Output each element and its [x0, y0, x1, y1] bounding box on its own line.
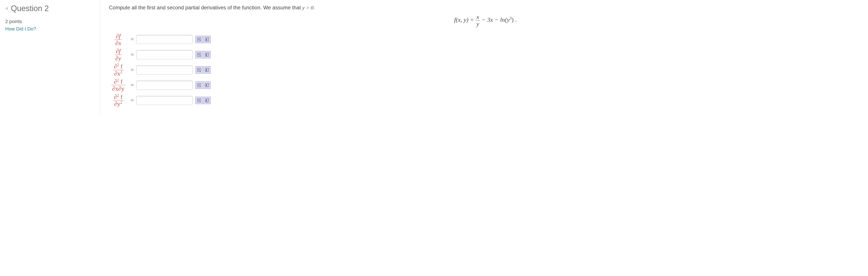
equation-editor-icon[interactable]: Σ: [203, 97, 211, 104]
answer-tools: Σ: [193, 94, 211, 107]
equals-sign: =: [128, 33, 136, 47]
derivative-label: ∂f∂y: [109, 48, 128, 61]
answer-input[interactable]: [136, 50, 193, 59]
svg-rect-20: [197, 99, 201, 102]
answer-input-cell: [136, 94, 193, 107]
answer-input[interactable]: [136, 65, 193, 74]
answer-input-cell: [136, 63, 193, 77]
lhs: f(x, y) =: [454, 16, 474, 23]
tail-exp: 3: [509, 16, 512, 21]
derivative-label: ∂f∂x: [109, 33, 128, 47]
equation-editor-icon[interactable]: Σ: [203, 51, 211, 58]
preview-icon[interactable]: [195, 36, 203, 43]
question-body: Compute all the first and second partial…: [100, 0, 868, 114]
svg-rect-5: [197, 53, 201, 56]
answer-tools: Σ: [193, 79, 211, 92]
answer-input[interactable]: [136, 81, 193, 90]
preview-icon[interactable]: [195, 97, 203, 104]
answer-input[interactable]: [136, 96, 193, 105]
prompt-tail: .: [313, 5, 315, 10]
svg-rect-15: [197, 84, 201, 87]
answer-tools: Σ: [193, 63, 211, 77]
preview-icon[interactable]: [195, 66, 203, 73]
equation-editor-icon[interactable]: Σ: [203, 66, 211, 73]
derivative-label: ∂2 f∂x∂y: [109, 79, 128, 92]
answer-input[interactable]: [136, 35, 193, 44]
answers-grid: ∂f∂x= Σ ∂f∂y= Σ ∂2 f∂x2= Σ ∂2 f∂x∂y= Σ ∂…: [109, 31, 211, 109]
answer-tools: Σ: [193, 48, 211, 61]
question-sidebar: Question 2 2 points How Did I Do?: [0, 0, 100, 114]
prompt-text: Compute all the first and second partial…: [109, 5, 302, 10]
points-label: 2 points: [5, 19, 94, 24]
answer-input-cell: [136, 79, 193, 92]
derivative-label: ∂2 f∂y2: [109, 94, 128, 107]
answer-row: ∂f∂x= Σ: [109, 33, 211, 47]
answer-row: ∂2 f∂x2= Σ: [109, 63, 211, 77]
answer-tools: Σ: [193, 33, 211, 47]
svg-text:Σ: Σ: [206, 84, 207, 86]
answer-input-cell: [136, 48, 193, 61]
preview-icon[interactable]: [195, 82, 203, 89]
question-prompt: Compute all the first and second partial…: [109, 4, 862, 11]
question-title: Question 2: [11, 4, 49, 13]
svg-text:Σ: Σ: [206, 69, 207, 71]
answer-row: ∂2 f∂y2= Σ: [109, 94, 211, 107]
fraction-den: y: [475, 20, 480, 27]
answer-input-cell: [136, 33, 193, 47]
tail-a: − 3x − ln(y: [480, 16, 510, 23]
svg-text:Σ: Σ: [206, 99, 207, 101]
svg-text:Σ: Σ: [206, 54, 207, 56]
equals-sign: =: [128, 63, 136, 77]
preview-icon[interactable]: [195, 51, 203, 58]
collapse-caret-icon[interactable]: [5, 7, 8, 10]
equals-sign: =: [128, 94, 136, 107]
fraction-num: x: [475, 14, 480, 20]
derivative-label: ∂2 f∂x2: [109, 63, 128, 77]
equals-sign: =: [128, 48, 136, 61]
fraction-x-over-y: x y: [475, 14, 480, 27]
svg-rect-0: [197, 38, 201, 41]
answer-row: ∂2 f∂x∂y= Σ: [109, 79, 211, 92]
function-definition: f(x, y) = x y − 3x − ln(y3) .: [109, 14, 862, 27]
question-header[interactable]: Question 2: [5, 4, 94, 13]
equation-editor-icon[interactable]: Σ: [203, 82, 211, 89]
how-did-i-do-link[interactable]: How Did I Do?: [5, 26, 94, 32]
equation-editor-icon[interactable]: Σ: [203, 36, 211, 43]
prompt-condition: y > 0: [302, 5, 313, 10]
svg-text:Σ: Σ: [206, 38, 207, 41]
tail-b: ) .: [512, 16, 517, 23]
svg-rect-10: [197, 68, 201, 72]
answer-row: ∂f∂y= Σ: [109, 48, 211, 61]
equals-sign: =: [128, 79, 136, 92]
